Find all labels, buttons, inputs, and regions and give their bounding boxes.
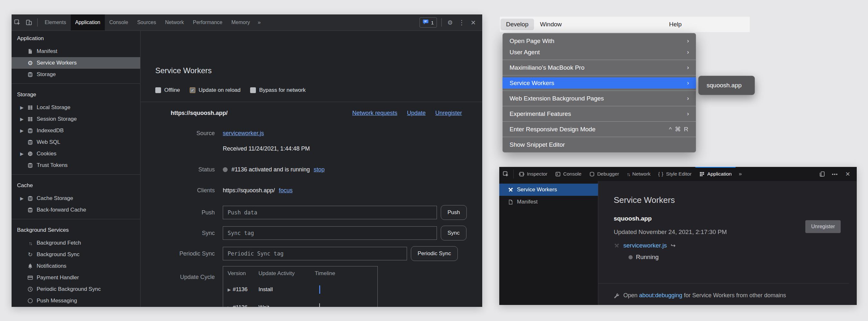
push-button[interactable]: Push: [441, 205, 467, 220]
source-row: Source serviceworker.js: [155, 130, 462, 137]
about-debugging-link[interactable]: about:debugging: [639, 292, 682, 298]
menu-item-show-snippet-editor[interactable]: Show Snippet Editor: [502, 139, 696, 150]
network-requests-link[interactable]: Network requests: [352, 110, 397, 116]
stop-link[interactable]: stop: [314, 166, 325, 173]
sidebar-item-web-sql[interactable]: Web SQL: [11, 136, 140, 148]
menu-item-service-workers[interactable]: Service Workers ›: [502, 77, 696, 88]
push-data-input[interactable]: [223, 206, 437, 219]
tab-debugger[interactable]: Debugger: [585, 167, 623, 181]
tab-application[interactable]: Application: [695, 167, 736, 181]
sidebar-item-manifest[interactable]: Manifest: [499, 196, 598, 208]
sidebar-item-service-workers[interactable]: ⚙ Service Workers: [11, 57, 140, 69]
close-icon[interactable]: ×: [841, 167, 854, 181]
sync-tag-input[interactable]: [223, 226, 437, 240]
sidebar-item-notifications[interactable]: Notifications: [11, 260, 140, 272]
close-devtools-button[interactable]: ×: [467, 14, 479, 31]
sidebar-item-manifest[interactable]: Manifest: [11, 45, 140, 57]
menu-separator: [502, 121, 696, 122]
update-cycle-row: Update Cycle Version Update Activity Tim…: [155, 266, 462, 307]
sidebar-item-indexeddb[interactable]: ▶ IndexedDB: [11, 125, 140, 136]
unregister-button[interactable]: Unregister: [805, 220, 841, 233]
expander-icon[interactable]: ▶: [19, 116, 25, 122]
tab-console[interactable]: Console: [551, 167, 585, 181]
pick-element-button[interactable]: [499, 167, 512, 181]
periodic-sync-tag-input[interactable]: [223, 247, 407, 260]
tab-performance[interactable]: Performance: [188, 14, 227, 31]
update-cycle-install-row[interactable]: ▶#1136 Install: [223, 281, 377, 298]
menu-item-open-page-with[interactable]: Open Page With ›: [502, 35, 696, 46]
expander-icon[interactable]: ▶: [19, 105, 25, 110]
menubar-item-help[interactable]: Help: [663, 19, 687, 30]
sidebar-item-trust-tokens[interactable]: Trust Tokens: [11, 159, 140, 171]
sidebar-item-back-forward-cache[interactable]: Back-forward Cache: [11, 204, 140, 216]
menu-item-macbook-pro[interactable]: Maximiliano’s MacBook Pro ›: [502, 62, 696, 73]
tab-console[interactable]: Console: [105, 14, 133, 31]
sidebar-item-periodic-background-sync[interactable]: Periodic Background Sync: [11, 283, 140, 295]
tab-application[interactable]: Application: [71, 14, 105, 31]
tab-memory[interactable]: Memory: [227, 14, 255, 31]
sync-button[interactable]: Sync: [441, 226, 466, 241]
expander-icon[interactable]: ▶: [227, 287, 231, 292]
bypass-for-network-checkbox[interactable]: [250, 87, 256, 93]
inspect-element-button[interactable]: [11, 14, 23, 31]
jump-to-arrow-icon[interactable]: ↪: [671, 242, 676, 249]
more-tabs-icon[interactable]: »: [736, 167, 745, 181]
menu-item-user-agent[interactable]: User Agent ›: [502, 46, 696, 58]
more-tabs-icon[interactable]: »: [254, 14, 264, 31]
responsive-design-button[interactable]: [815, 167, 829, 181]
update-on-reload-checkbox[interactable]: ✓: [190, 87, 195, 93]
sidebar-item-label: Cookies: [37, 150, 56, 157]
sidebar-item-payment-handler[interactable]: Payment Handler: [11, 272, 140, 283]
sidebar-item-service-workers[interactable]: Service Workers: [499, 184, 598, 196]
tab-sources[interactable]: Sources: [133, 14, 161, 31]
tab-label: Style Editor: [666, 171, 691, 177]
service-workers-panel: Service Workers Offline ✓ Update on relo…: [141, 31, 482, 307]
sidebar-item-storage[interactable]: Storage: [11, 69, 140, 80]
device-toolbar-button[interactable]: [23, 14, 35, 31]
focus-link[interactable]: focus: [279, 187, 292, 194]
sidebar-item-session-storage[interactable]: ▶ Session Storage: [11, 113, 140, 125]
sidebar-item-label: Background Fetch: [37, 240, 81, 246]
expander-icon[interactable]: ▶: [19, 196, 25, 201]
keyboard-shortcut: ^ ⌘ R: [669, 126, 689, 133]
sidebar-item-cache-storage[interactable]: ▶ Cache Storage: [11, 192, 140, 204]
sidebar-item-push-messaging[interactable]: Push Messaging: [11, 295, 140, 307]
submenu-item-squoosh-app[interactable]: squoosh.app: [707, 82, 742, 89]
menu-item-enter-responsive-design-mode[interactable]: Enter Responsive Design Mode ^ ⌘ R: [502, 123, 696, 135]
menubar-item-develop[interactable]: Develop: [500, 19, 534, 30]
menu-item-experimental-features[interactable]: Experimental Features ›: [502, 108, 696, 119]
sidebar-item-cookies[interactable]: ▶ Cookies: [11, 148, 140, 159]
tab-style-editor[interactable]: { } Style Editor: [654, 167, 696, 181]
tab-elements[interactable]: Elements: [40, 14, 71, 31]
service-worker-options: Offline ✓ Update on reload Bypass for ne…: [155, 87, 306, 94]
menubar-item-window[interactable]: Window: [535, 19, 567, 30]
settings-button[interactable]: ⚙: [444, 14, 456, 31]
sidebar-item-background-fetch[interactable]: ↑↓ Background Fetch: [11, 237, 140, 249]
source-file-link[interactable]: serviceworker.js: [223, 130, 264, 137]
unregister-link[interactable]: Unregister: [435, 110, 462, 116]
meatball-menu-icon[interactable]: •••: [829, 167, 841, 181]
update-link[interactable]: Update: [407, 110, 426, 116]
expander-icon[interactable]: ▶: [227, 305, 231, 307]
worker-file-link[interactable]: serviceworker.js: [623, 242, 667, 249]
update-on-reload-option[interactable]: ✓ Update on reload: [190, 87, 241, 94]
offline-checkbox[interactable]: [155, 87, 161, 93]
tab-inspector[interactable]: Inspector: [515, 167, 551, 181]
devtools-menu-button[interactable]: ⋮: [456, 14, 467, 31]
sidebar-item-background-sync[interactable]: ↻ Background Sync: [11, 249, 140, 260]
tab-network[interactable]: ↑↓ Network: [623, 167, 654, 181]
tab-network[interactable]: Network: [160, 14, 188, 31]
inspector-icon: [519, 171, 524, 177]
offline-option[interactable]: Offline: [155, 87, 180, 94]
expander-icon[interactable]: ▶: [19, 151, 25, 156]
bypass-for-network-option[interactable]: Bypass for network: [250, 87, 306, 94]
sidebar-item-local-storage[interactable]: ▶ Local Storage: [11, 102, 140, 113]
issues-badge[interactable]: 1: [420, 17, 437, 28]
menu-item-web-extension-background-pages[interactable]: Web Extension Background Pages ›: [502, 93, 696, 104]
periodic-sync-button[interactable]: Periodic Sync: [411, 246, 458, 261]
check-icon: ✓: [191, 88, 194, 93]
version-cell: #1136: [233, 304, 248, 307]
update-cycle-header: Version Update Activity Timeline: [223, 266, 377, 281]
update-cycle-wait-row[interactable]: ▶#1136 Wait: [223, 298, 377, 307]
expander-icon[interactable]: ▶: [19, 128, 25, 133]
